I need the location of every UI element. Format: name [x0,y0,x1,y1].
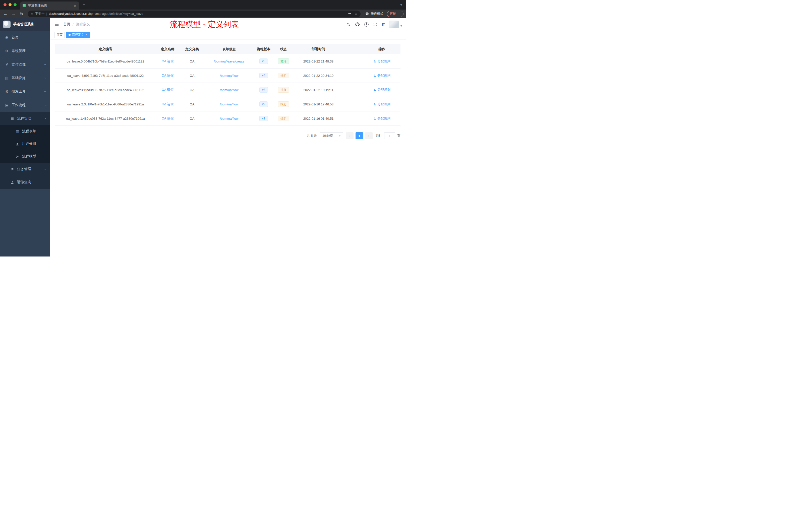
flag-icon: ⚑ [10,167,14,171]
security-label[interactable]: 不安全 [35,12,45,16]
next-page-button[interactable]: › [365,132,373,139]
definition-name-link[interactable]: OA 请假 [162,88,174,92]
reload-button[interactable]: ↻ [19,11,25,16]
definition-name-link[interactable]: OA 请假 [162,117,174,120]
assign-rule-link[interactable]: 分配规则 [373,73,390,78]
search-icon[interactable] [346,22,350,27]
briefcase-icon: ▣ [4,103,9,107]
sidebar-toggle-icon[interactable] [54,22,59,27]
sidebar-item-label: 用户分组 [22,142,36,146]
table-row: oa_leave:2:3c1f0ef1-76b1-11ec-9c66-a2380… [55,97,401,112]
assign-rule-link[interactable]: 分配规则 [373,102,390,107]
version-badge: v5 [259,58,268,64]
sidebar-item-workflow[interactable]: ▣ 工作流程 › [0,98,50,112]
person-icon [10,180,14,184]
sidebar-item-label: 请假查询 [17,180,31,184]
tab-close-icon[interactable]: × [73,3,77,8]
sidebar-item-home[interactable]: ◉ 首页 [0,31,50,44]
prev-page-button[interactable]: ‹ [346,132,353,139]
incognito-icon [365,12,369,16]
github-icon[interactable] [355,22,360,27]
sidebar-item-leave-query[interactable]: 请假查询 [0,176,50,189]
definition-name-link[interactable]: OA 请假 [162,102,174,106]
key-icon[interactable] [348,11,351,16]
cell-definition-id: oa_leave:3:1fad3d93-7b75-11ec-a3c8-acde4… [55,88,156,92]
sidebar-item-label: 流程表单 [22,129,36,133]
form-link[interactable]: /bpm/oa/flow [220,74,238,78]
sidebar-item-process-model[interactable]: 流程模型 [0,150,50,163]
form-link[interactable]: /bpm/oa/flow [220,102,238,106]
sidebar-item-task-management[interactable]: ⚑ 任务管理 › [0,163,50,176]
sidebar-item-label: 流程管理 [17,116,31,121]
sidebar-item-label: 研发工具 [11,89,26,94]
window-minimize-button[interactable] [8,3,11,6]
more-menu-icon[interactable]: ⋮ [398,12,401,16]
definition-name-link[interactable]: OA 请假 [162,59,174,63]
font-size-icon[interactable]: tT [382,22,385,26]
back-button[interactable]: ← [2,11,8,16]
form-link[interactable]: /bpm/oa/flow [220,88,238,92]
caret-down-icon[interactable]: ▾ [401,24,402,28]
chevron-down-icon: › [43,78,47,79]
form-link[interactable]: /bpm/oa/leave/create [214,59,244,63]
assign-rule-label: 分配规则 [377,102,390,107]
user-menu[interactable]: ▾ [389,21,402,28]
sidebar-item-system-management[interactable]: ⚙ 系统管理 › [0,44,50,58]
caret-down-icon: ▾ [339,134,341,138]
tag-label: 流程定义 [72,33,84,37]
new-tab-button[interactable]: + [83,2,85,7]
avatar[interactable] [389,21,399,28]
update-label: 更新 [390,12,396,16]
assign-rule-link[interactable]: 分配规则 [373,59,390,63]
bookmark-star-icon[interactable]: ☆ [354,12,357,16]
sidebar-item-dev-tools[interactable]: ⚒ 研发工具 › [0,85,50,98]
breadcrumb-home[interactable]: 首页 [63,22,70,27]
address-bar[interactable]: ⚠ 不安全 | dashboard.yudao.iocoder.cn/bpm/m… [28,10,360,17]
tab-search-icon[interactable]: ▾ [400,3,402,7]
paper-plane-icon [15,154,20,158]
browser-tab[interactable]: 芋道管理系统 × [20,1,79,9]
column-header: 操作 [363,44,401,54]
tag-home[interactable]: 首页 [54,32,65,38]
pagination-bar: 共 5 条 10条/页 ▾ ‹ 1 › 前往 页 [55,132,401,139]
assign-rule-label: 分配规则 [377,116,390,121]
update-button[interactable]: 更新 ⋮ [387,11,404,17]
fullscreen-icon[interactable] [373,22,377,27]
column-header: 流程版本 [254,47,274,52]
column-header: 表单信息 [205,47,254,52]
column-header: 定义分类 [179,47,205,52]
sidebar-item-payment-management[interactable]: ¥ 支付管理 › [0,58,50,71]
sidebar-item-process-management[interactable]: ☰ 流程管理 › [0,112,50,125]
window-close-button[interactable] [3,3,6,6]
app-logo: 芋道管理系统 [0,18,50,31]
version-badge: v4 [259,73,268,78]
sidebar-item-process-form[interactable]: ▥ 流程表单 [0,125,50,138]
sidebar-item-infrastructure[interactable]: ▤ 基础设施 › [0,71,50,85]
logo-avatar [3,21,10,28]
window-controls [0,3,20,6]
tag-process-definition[interactable]: 流程定义 × [66,32,90,38]
sidebar-item-label: 任务管理 [17,167,31,172]
window-zoom-button[interactable] [13,3,17,6]
cell-definition-id: oa_leave:1:482ec033-762a-11ec-8477-a2380… [55,117,156,120]
status-badge: 挂起 [278,87,289,93]
forward-button[interactable]: → [10,11,17,16]
definition-name-link[interactable]: OA 请假 [162,73,174,77]
assign-rule-link[interactable]: 分配规则 [373,116,390,121]
tag-close-icon[interactable]: × [86,33,88,37]
active-dot-icon [68,34,70,36]
sidebar-item-user-group[interactable]: 用户分组 [0,138,50,150]
assign-rule-link[interactable]: 分配规则 [373,88,390,92]
chevron-down-icon: › [43,51,47,52]
page-size-select[interactable]: 10条/页 ▾ [320,132,343,139]
current-page-button[interactable]: 1 [355,132,363,139]
page-content: 定义编号 定义名称 定义分类 表单信息 流程版本 状态 部署时间 操作 oa_l… [50,39,406,256]
cell-category: OA [179,59,205,63]
status-badge: 挂起 [278,116,289,121]
sidebar: 芋道管理系统 ◉ 首页 ⚙ 系统管理 › ¥ 支付管理 › ▤ 基础设施 › ⚒… [0,18,50,256]
cell-definition-id: oa_leave:5:004b710b-7b8a-11ec-8ef0-acde4… [55,59,156,63]
table-header-row: 定义编号 定义名称 定义分类 表单信息 流程版本 状态 部署时间 操作 [55,44,401,54]
goto-page-input[interactable] [384,132,395,139]
form-link[interactable]: /bpm/oa/flow [220,117,238,120]
help-icon[interactable]: ? [364,22,369,27]
